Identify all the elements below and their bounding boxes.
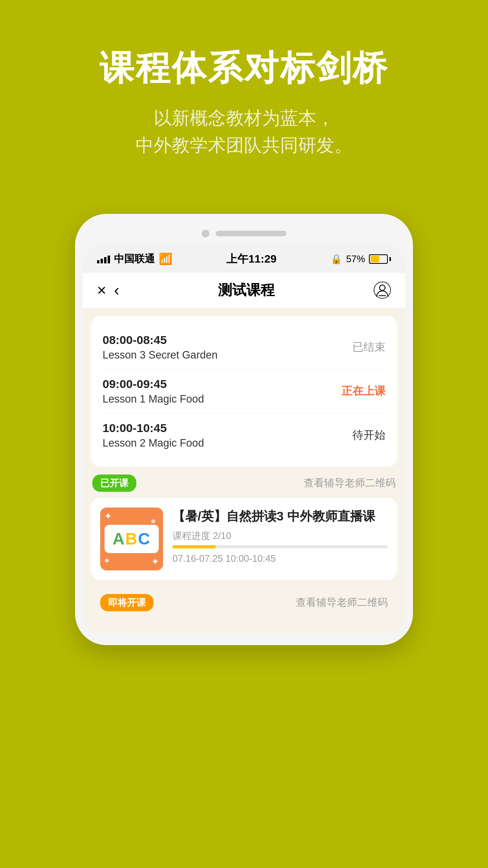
battery-fill (371, 256, 379, 262)
schedule-time-2: 09:00-09:45 (103, 377, 204, 391)
schedule-time-1: 08:00-08:45 (103, 333, 218, 347)
qr-link-2[interactable]: 查看辅导老师二维码 (296, 596, 388, 609)
schedule-info-1: 08:00-08:45 Lesson 3 Secret Garden (103, 333, 218, 361)
signal-bar-4 (108, 256, 110, 263)
signal-bar-1 (97, 260, 99, 263)
svg-point-0 (380, 285, 385, 291)
hero-title: 课程体系对标剑桥 (24, 47, 464, 89)
badge-kaike: 已开课 (92, 474, 136, 492)
sparkle-top-left-icon: ✦ (104, 511, 112, 522)
content-area: 08:00-08:45 Lesson 3 Secret Garden 已结束 0… (83, 308, 405, 633)
phone-wrapper: 中国联通 📶 上午11:29 🔒 57% (0, 190, 488, 645)
schedule-lesson-3: Lesson 2 Magic Food (103, 437, 204, 449)
nav-title: 测试课程 (119, 281, 374, 300)
sparkle-dot-1 (105, 559, 109, 563)
status-right: 🔒 57% (330, 254, 391, 265)
course-thumbnail-1: ✦ ✦ ABC (100, 508, 163, 570)
battery-body (369, 254, 388, 264)
abc-card: ABC (105, 525, 158, 553)
phone-camera (202, 230, 209, 237)
schedule-item-2: 09:00-09:45 Lesson 1 Magic Food 正在上课 (103, 370, 385, 414)
schedule-card: 08:00-08:45 Lesson 3 Secret Garden 已结束 0… (91, 316, 397, 467)
course-inner-1: ✦ ✦ ABC 【暑/英】自然拼读3 中外教师直播课 课程进度 2/10 (100, 508, 388, 570)
phone-speaker (216, 231, 286, 236)
schedule-lesson-2: Lesson 1 Magic Food (103, 393, 204, 405)
hero-subtitle: 以新概念教材为蓝本，中外教学术团队共同研发。 (24, 105, 464, 159)
bottom-section: 即将开课 查看辅导老师二维码 (91, 588, 397, 625)
back-button[interactable]: ‹ (114, 281, 119, 299)
schedule-time-3: 10:00-10:45 (103, 421, 204, 435)
nav-bar: × ‹ 测试课程 (83, 273, 405, 308)
status-left: 中国联通 📶 (97, 252, 172, 266)
hero-section: 课程体系对标剑桥 以新概念教材为蓝本，中外教学术团队共同研发。 (0, 0, 488, 190)
wifi-icon: 📶 (159, 252, 172, 265)
nav-left: × ‹ (97, 281, 119, 299)
progress-bar-fill-1 (172, 545, 216, 548)
section-header-2: 即将开课 查看辅导老师二维码 (99, 588, 389, 618)
schedule-status-1: 已结束 (352, 340, 385, 355)
phone-top-bar (83, 226, 405, 245)
sparkle-dot-2 (151, 519, 155, 523)
badge-jijiang: 即将开课 (100, 594, 154, 611)
schedule-lesson-1: Lesson 3 Secret Garden (103, 349, 218, 361)
schedule-status-2: 正在上课 (341, 384, 385, 399)
schedule-status-3: 待开始 (352, 428, 385, 443)
carrier-label: 中国联通 (114, 252, 155, 266)
status-bar: 中国联通 📶 上午11:29 🔒 57% (83, 245, 405, 273)
course-title-1: 【暑/英】自然拼读3 中外教师直播课 (172, 508, 388, 525)
battery-tip (389, 257, 391, 261)
schedule-info-3: 10:00-10:45 Lesson 2 Magic Food (103, 421, 204, 449)
schedule-item-1: 08:00-08:45 Lesson 3 Secret Garden 已结束 (103, 326, 385, 370)
schedule-info-2: 09:00-09:45 Lesson 1 Magic Food (103, 377, 204, 405)
course-date-1: 07.16-07.25 10:00-10:45 (172, 553, 388, 564)
phone-screen: 中国联通 📶 上午11:29 🔒 57% (83, 245, 405, 633)
phone-outer: 中国联通 📶 上午11:29 🔒 57% (75, 214, 413, 645)
abc-letter-b: B (125, 530, 138, 548)
close-button[interactable]: × (97, 281, 106, 299)
signal-bar-2 (101, 259, 103, 263)
signal-bars (97, 255, 110, 263)
section-header-1: 已开课 查看辅导老师二维码 (91, 474, 397, 492)
battery-indicator (369, 254, 391, 264)
schedule-item-3: 10:00-10:45 Lesson 2 Magic Food 待开始 (103, 414, 385, 457)
progress-bar-bg-1 (172, 545, 388, 548)
course-card-1[interactable]: ✦ ✦ ABC 【暑/英】自然拼读3 中外教师直播课 课程进度 2/10 (91, 498, 397, 580)
course-details-1: 【暑/英】自然拼读3 中外教师直播课 课程进度 2/10 07.16-07.25… (172, 508, 388, 565)
abc-letter-c: C (138, 530, 150, 548)
course-progress-label-1: 课程进度 2/10 (172, 530, 388, 542)
qr-link-1[interactable]: 查看辅导老师二维码 (304, 476, 396, 490)
signal-bar-3 (104, 257, 106, 263)
battery-percent: 57% (346, 254, 365, 265)
abc-letter-a: A (112, 530, 125, 548)
user-avatar[interactable] (374, 281, 391, 299)
lock-icon: 🔒 (330, 254, 342, 265)
sparkle-bottom-right-icon: ✦ (151, 556, 159, 567)
status-time: 上午11:29 (226, 252, 277, 267)
